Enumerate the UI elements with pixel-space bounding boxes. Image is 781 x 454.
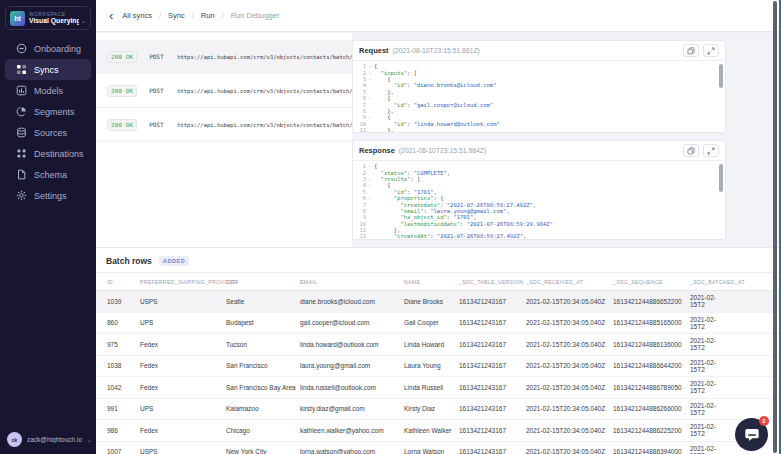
table-cell: Chicago [226, 427, 300, 434]
response-panel-title: Response [359, 146, 395, 155]
copy-button[interactable] [683, 144, 699, 157]
table-cell: 1613421244886266000 [613, 405, 690, 412]
table-cell: Fedex [140, 341, 226, 348]
table-cell: diane.brooks@icloud.com [300, 298, 404, 305]
status-badge: 200 OK [107, 119, 137, 131]
table-cell: Laura Young [404, 362, 459, 369]
table-cell: 2021-02-15T20:34:05.040Z [526, 362, 613, 369]
column-header--sdc-sequence: _SDC_SEQUENCE [613, 279, 690, 285]
added-badge: ADDED [159, 256, 190, 266]
table-cell: Budapest [226, 319, 300, 326]
sidebar-item-syncs[interactable]: Syncs [5, 59, 91, 80]
request-panel: Request (2021-08-10T23:15:51.861Z) 1-{2-… [352, 40, 726, 133]
table-cell: 1613421244886394000 [613, 448, 690, 454]
expand-button[interactable] [703, 144, 719, 157]
sidebar-item-settings[interactable]: Settings [5, 185, 91, 206]
copy-button[interactable] [683, 44, 699, 57]
request-panel-title: Request [359, 46, 389, 55]
sidebar-item-models[interactable]: Models [5, 80, 91, 101]
sidebar-item-label: Destinations [34, 149, 84, 159]
table-row[interactable]: 1039USPSSeatlediane.brooks@icloud.comDia… [96, 291, 781, 313]
window-scrollbar[interactable] [773, 1, 777, 453]
table-row[interactable]: 1007USPSNew York Citylorna.watson@yahoo.… [96, 442, 781, 454]
column-header-email: EMAIL [300, 279, 404, 285]
table-cell: 1038 [107, 362, 140, 369]
table-cell: New York City [226, 448, 300, 454]
response-timestamp: (2021-08-10T23:15:51.984Z) [399, 147, 486, 154]
sidebar-item-schema[interactable]: Schema [5, 164, 91, 185]
table-cell: Kathleen Walker [404, 427, 459, 434]
batch-table-header: IDPREFERRED_SHIPPING_PROVIDERCITYEMAILNA… [96, 272, 781, 291]
response-json-viewer: 1-{2"status": "COMPLETE",3-"results": [4… [353, 160, 725, 240]
table-cell: 2021-02-15T20:34:05.040Z [526, 298, 613, 305]
code-line: 11}, [353, 127, 725, 133]
table-cell: UPS [140, 319, 226, 326]
table-cell: Linda Russell [404, 384, 459, 391]
sidebar-item-label: Models [34, 86, 63, 96]
table-cell: 1613421244886652200 [613, 298, 690, 305]
breadcrumb-item-run[interactable]: Run [201, 11, 215, 20]
breadcrumb-item-run-debugger: Run Debugger [231, 11, 280, 20]
expand-button[interactable] [703, 44, 719, 57]
table-cell: 2021-02-15T2 [690, 445, 726, 454]
table-row[interactable]: 991UPSKalamazookirsty.diaz@gmail.comKirs… [96, 399, 781, 421]
sidebar-item-destinations[interactable]: Destinations [5, 143, 91, 164]
code-scrollbar[interactable] [719, 64, 723, 88]
sidebar-item-sources[interactable]: Sources [5, 122, 91, 143]
table-cell: USPS [140, 298, 226, 305]
table-cell: 986 [107, 427, 140, 434]
table-row[interactable]: 975FedexTucsonlinda.howard@outlook.comLi… [96, 334, 781, 356]
hightouch-logo: ht [10, 11, 25, 26]
back-button[interactable]: ‹ [109, 11, 113, 21]
syncs-icon [16, 64, 27, 75]
table-cell: 1613421243167 [459, 384, 526, 391]
code-scrollbar[interactable] [719, 164, 723, 192]
table-cell: 975 [107, 341, 140, 348]
sidebar-item-onboarding[interactable]: Onboarding [5, 38, 91, 59]
response-panel: Response (2021-08-10T23:15:51.984Z) 1-{2… [352, 140, 726, 240]
table-cell: laura.young@gmail.com [300, 362, 404, 369]
request-row[interactable]: 200 OKPOSThttps://api.hubapi.com/crm/v3/… [96, 74, 352, 108]
table-cell: gail.cooper@icloud.com [300, 319, 404, 326]
chat-launcher[interactable]: 2 [735, 418, 768, 451]
breadcrumb-separator: / [159, 11, 161, 20]
sidebar-item-label: Segments [34, 107, 75, 117]
run-debugger-section: 200 OKPOSThttps://api.hubapi.com/crm/v3/… [96, 33, 781, 247]
table-row[interactable]: 1042FedexSan Francisco Bay Arealinda.rus… [96, 377, 781, 399]
request-row[interactable]: 200 OKPOSThttps://api.hubapi.com/crm/v3/… [96, 108, 352, 142]
table-cell: Kirsty Diaz [404, 405, 459, 412]
sidebar-item-label: Sources [34, 128, 67, 138]
breadcrumb-item-sync[interactable]: Sync [168, 11, 185, 20]
table-cell: 860 [107, 319, 140, 326]
table-cell: linda.russell@outlook.com [300, 384, 404, 391]
table-cell: Linda Howard [404, 341, 459, 348]
status-badge: 200 OK [107, 85, 137, 97]
table-cell: 991 [107, 405, 140, 412]
table-row[interactable]: 860UPSBudapestgail.cooper@icloud.comGail… [96, 313, 781, 335]
workspace-selector[interactable]: ht WORKSPACE Visual Querying D... ⌄ [5, 6, 91, 30]
request-row[interactable]: 200 OKPOSThttps://api.hubapi.com/crm/v3/… [96, 40, 352, 74]
table-cell: 2021-02-15T20:34:05.040Z [526, 384, 613, 391]
onboarding-icon [16, 43, 27, 54]
table-row[interactable]: 1038FedexSan Franciscolaura.young@gmail.… [96, 356, 781, 378]
sidebar-item-label: Settings [34, 191, 67, 201]
avatar: zk [7, 432, 22, 447]
breadcrumb-item-all-syncs[interactable]: All syncs [122, 11, 152, 20]
status-badge: 200 OK [107, 51, 137, 63]
settings-icon [16, 190, 27, 201]
table-cell: San Francisco Bay Area [226, 384, 300, 391]
request-response-panels: Request (2021-08-10T23:15:51.861Z) 1-{2-… [352, 33, 726, 247]
workspace-name: Visual Querying D... [29, 17, 79, 25]
table-cell: 1613421243167 [459, 341, 526, 348]
table-cell: 2021-02-15T2 [690, 316, 726, 330]
sidebar-nav: OnboardingSyncsModelsSegmentsSourcesDest… [0, 38, 96, 206]
table-cell: Gail Cooper [404, 319, 459, 326]
user-menu[interactable]: zk zack@hightouch.io ⌄ [7, 432, 94, 447]
table-row[interactable]: 986FedexChicagokathleen.walker@yahoo.com… [96, 420, 781, 442]
table-cell: Seatle [226, 298, 300, 305]
sidebar-item-segments[interactable]: Segments [5, 101, 91, 122]
table-cell: UPS [140, 405, 226, 412]
table-cell: 1613421244886789050 [613, 384, 690, 391]
table-cell: Kalamazoo [226, 405, 300, 412]
main-content: 200 OKPOSThttps://api.hubapi.com/crm/v3/… [96, 33, 781, 454]
